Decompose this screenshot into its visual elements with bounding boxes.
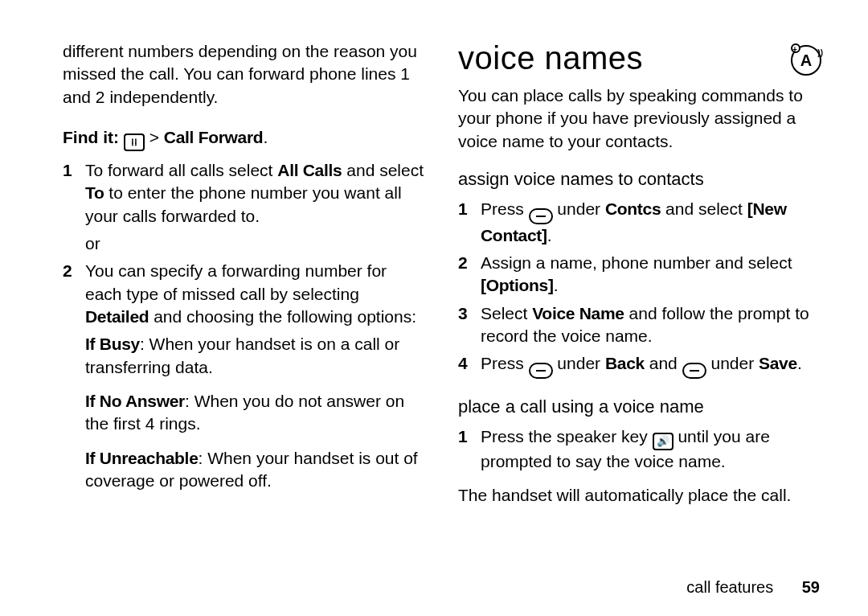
section-title: voice names xyxy=(458,40,643,76)
step-2: 2 You can specify a forwarding number fo… xyxy=(63,260,426,328)
voice-outro: The handset will automatically place the… xyxy=(458,484,821,507)
right-column: voice names + A )) You can place calls b… xyxy=(458,40,821,600)
opt-if-unreachable: If Unreachable: When your handset is out… xyxy=(85,447,426,493)
menu-grid-icon: ⁞⁞ xyxy=(124,133,145,151)
place-steps: 1 Press the speaker key 🔊 until you are … xyxy=(458,425,821,478)
assign-step-4: 4 Press under Back and under Save. xyxy=(458,352,821,379)
softkey-icon xyxy=(529,363,553,379)
place-heading: place a call using a voice name xyxy=(458,395,821,419)
section-header-row: voice names + A )) xyxy=(458,40,821,84)
step-body: You can specify a forwarding number for … xyxy=(85,260,426,328)
step-number: 2 xyxy=(63,260,85,328)
page-number: 59 xyxy=(802,578,820,596)
voice-intro: You can place calls by speaking commands… xyxy=(458,84,821,153)
step-body: To forward all calls select All Calls an… xyxy=(85,159,426,228)
left-column: different numbers depending on the reaso… xyxy=(63,40,426,600)
assign-step-3: 3 Select Voice Name and follow the promp… xyxy=(458,302,821,348)
assign-heading: assign voice names to contacts xyxy=(458,167,821,191)
step-number: 1 xyxy=(63,159,85,228)
place-step-1: 1 Press the speaker key 🔊 until you are … xyxy=(458,425,821,473)
opt-if-busy: If Busy: When your handset is on a call … xyxy=(85,333,426,379)
accessibility-badge-icon: + A )) xyxy=(791,45,821,76)
step-1: 1 To forward all calls select All Calls … xyxy=(63,159,426,228)
opt-if-no-answer: If No Answer: When you do not answer on … xyxy=(85,390,426,436)
softkey-icon xyxy=(529,208,553,224)
find-it-line: Find it: ⁞⁞ > Call Forward. xyxy=(63,126,426,151)
assign-step-2: 2 Assign a name, phone number and select… xyxy=(458,252,821,298)
find-it-label: Find it: xyxy=(63,128,119,146)
assign-step-1: 1 Press under Contcs and select [New Con… xyxy=(458,198,821,247)
softkey-icon xyxy=(682,363,706,379)
find-it-path: Call Forward xyxy=(164,128,264,146)
intro-paragraph: different numbers depending on the reaso… xyxy=(63,40,426,109)
assign-steps: 1 Press under Contcs and select [New Con… xyxy=(458,198,821,384)
or-line: or xyxy=(85,232,426,255)
footer-label: call features xyxy=(686,578,773,596)
forward-steps: 1 To forward all calls select All Calls … xyxy=(63,159,426,497)
speaker-key-icon: 🔊 xyxy=(653,433,674,450)
findit-sep: > xyxy=(149,128,164,146)
page-footer: call features 59 xyxy=(686,578,820,597)
manual-page: different numbers depending on the reaso… xyxy=(0,0,868,616)
